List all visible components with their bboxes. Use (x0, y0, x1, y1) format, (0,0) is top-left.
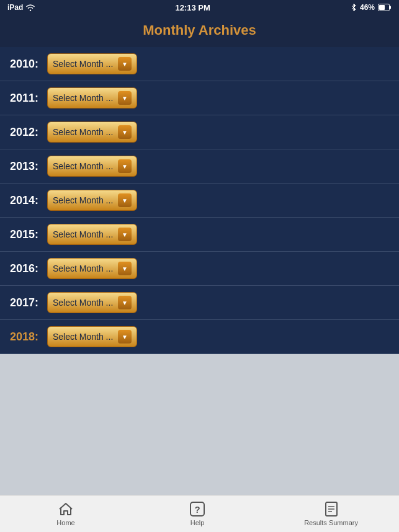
select-month-2010[interactable]: Select Month ... (47, 53, 137, 74)
select-month-2018[interactable]: Select Month ... (47, 326, 137, 347)
results-icon (323, 501, 339, 517)
tab-home-label: Home (56, 519, 74, 526)
page-title: Monthly Archives (143, 22, 256, 38)
device-label: iPad (7, 3, 23, 12)
wifi-icon (26, 4, 35, 11)
battery-label: 46% (360, 3, 375, 12)
select-month-2014[interactable]: Select Month ... (47, 190, 137, 211)
year-label-2011: 2011: (10, 92, 47, 105)
help-icon: ? (189, 501, 205, 517)
year-row-2010: 2010:Select Month ... (0, 47, 399, 81)
select-month-text-2016: Select Month ... (53, 264, 114, 273)
year-row-2018: 2018:Select Month ... (0, 320, 399, 354)
svg-text:?: ? (195, 504, 200, 515)
select-month-2017[interactable]: Select Month ... (47, 292, 137, 313)
select-month-arrow-2013 (118, 159, 132, 173)
tab-home[interactable]: Home (41, 501, 91, 526)
svg-rect-1 (379, 5, 385, 10)
year-row-2011: 2011:Select Month ... (0, 81, 399, 115)
select-month-text-2013: Select Month ... (53, 161, 114, 171)
year-label-2010: 2010: (10, 58, 47, 71)
select-month-text-2011: Select Month ... (53, 93, 114, 103)
select-month-text-2012: Select Month ... (53, 127, 114, 137)
tab-help-label: Help (191, 519, 205, 526)
year-row-2013: 2013:Select Month ... (0, 149, 399, 184)
select-month-text-2015: Select Month ... (53, 229, 114, 239)
select-month-2012[interactable]: Select Month ... (47, 122, 137, 143)
select-month-arrow-2018 (118, 330, 132, 344)
select-month-text-2018: Select Month ... (53, 332, 114, 342)
status-time: 12:13 PM (175, 3, 210, 12)
svg-rect-2 (390, 6, 391, 9)
tab-results[interactable]: Results Summary (304, 501, 358, 526)
select-month-2016[interactable]: Select Month ... (47, 258, 137, 279)
tab-bar: Home ? Help Results Summary (0, 495, 399, 532)
year-row-2016: 2016:Select Month ... (0, 252, 399, 286)
year-label-2013: 2013: (10, 160, 47, 173)
select-month-text-2010: Select Month ... (53, 59, 114, 69)
select-month-arrow-2010 (118, 57, 132, 71)
select-month-2013[interactable]: Select Month ... (47, 156, 137, 177)
select-month-text-2014: Select Month ... (53, 195, 114, 205)
status-bar: iPad 12:13 PM 46% (0, 0, 399, 15)
tab-results-label: Results Summary (304, 519, 358, 526)
select-month-arrow-2014 (118, 193, 132, 207)
main-content: 2010:Select Month ...2011:Select Month .… (0, 47, 399, 495)
select-month-arrow-2016 (118, 262, 132, 275)
year-label-2015: 2015: (10, 228, 47, 241)
select-month-2011[interactable]: Select Month ... (47, 87, 137, 109)
header: Monthly Archives (0, 15, 399, 47)
year-row-2014: 2014:Select Month ... (0, 184, 399, 218)
select-month-arrow-2015 (118, 228, 132, 241)
year-label-2017: 2017: (10, 296, 47, 309)
year-row-2012: 2012:Select Month ... (0, 115, 399, 149)
battery-icon (378, 4, 392, 11)
select-month-arrow-2011 (118, 91, 132, 105)
select-month-arrow-2017 (118, 296, 132, 309)
year-label-2014: 2014: (10, 194, 47, 207)
year-label-2018: 2018: (10, 330, 47, 344)
year-label-2012: 2012: (10, 126, 47, 139)
select-month-arrow-2012 (118, 125, 132, 139)
home-icon (58, 501, 74, 517)
status-left: iPad (7, 3, 35, 12)
select-month-text-2017: Select Month ... (53, 298, 114, 308)
year-row-2015: 2015:Select Month ... (0, 218, 399, 252)
bluetooth-icon (351, 3, 357, 12)
year-label-2016: 2016: (10, 262, 47, 275)
year-row-2017: 2017:Select Month ... (0, 286, 399, 320)
status-right: 46% (351, 3, 392, 12)
tab-help[interactable]: ? Help (173, 501, 222, 526)
select-month-2015[interactable]: Select Month ... (47, 224, 137, 245)
